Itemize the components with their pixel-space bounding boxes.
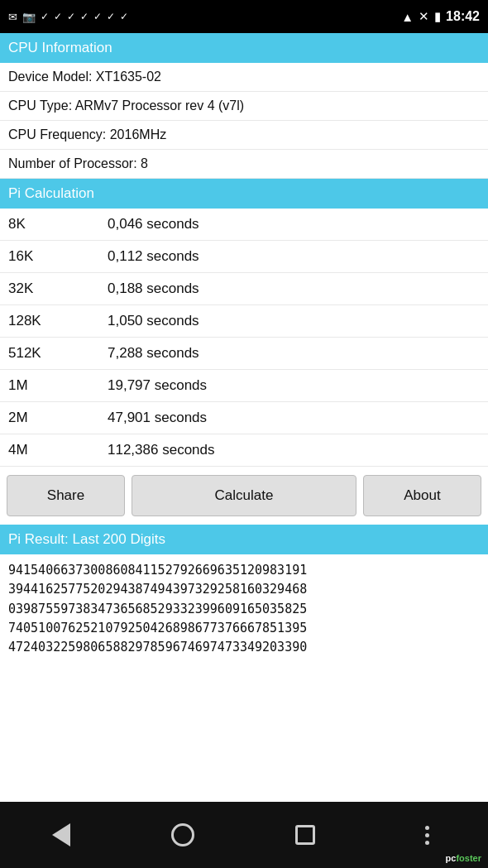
pi-table-row: 8K 0,046 seconds <box>0 209 488 241</box>
notification-icon-2: 📷 <box>22 11 36 23</box>
status-right-icons: ▲ ✕ ▮ 18:42 <box>401 9 480 24</box>
cpu-frequency-row: CPU Frequency: 2016MHz <box>0 121 488 150</box>
wifi-icon: ▲ <box>401 10 414 24</box>
pi-row-label: 16K <box>0 241 99 273</box>
status-bar: ✉ 📷 ✓ ✓ ✓ ✓ ✓ ✓ ✓ ▲ ✕ ▮ 18:42 <box>0 0 488 33</box>
pi-table-row: 1M 19,797 seconds <box>0 370 488 402</box>
pi-row-label: 1M <box>0 370 99 402</box>
menu-button[interactable] <box>402 810 452 860</box>
about-button[interactable]: About <box>363 475 481 516</box>
pi-row-label: 4M <box>0 434 99 467</box>
pi-table-row: 16K 0,112 seconds <box>0 241 488 273</box>
recents-button[interactable] <box>280 810 330 860</box>
device-model-row: Device Model: XT1635-02 <box>0 63 488 92</box>
pi-row-label: 2M <box>0 402 99 434</box>
calculate-button[interactable]: Calculate <box>132 475 356 516</box>
brand-prefix: pc <box>446 853 457 863</box>
clock: 18:42 <box>446 9 480 24</box>
num-processor-row: Number of Processor: 8 <box>0 150 488 179</box>
signal-icon: ✕ <box>419 9 429 24</box>
back-button[interactable] <box>36 810 86 860</box>
pi-table-row: 2M 47,901 seconds <box>0 402 488 434</box>
notification-icon-9: ✓ <box>120 11 128 22</box>
home-button[interactable] <box>158 810 208 860</box>
share-button[interactable]: Share <box>7 475 125 516</box>
home-icon <box>171 823 194 846</box>
notification-icon-7: ✓ <box>93 11 102 22</box>
pi-result-header: Pi Result: Last 200 Digits <box>0 525 488 554</box>
action-buttons-row: Share Calculate About <box>0 467 488 525</box>
pi-calc-header: Pi Calculation <box>0 179 488 209</box>
dot-2 <box>425 833 429 837</box>
notification-icon-8: ✓ <box>107 11 115 22</box>
pi-row-label: 512K <box>0 338 99 370</box>
pi-result-digits: 9415406637300860841152792669635120983191… <box>0 554 488 664</box>
notification-icon-1: ✉ <box>8 11 17 23</box>
notification-icon-6: ✓ <box>80 11 89 22</box>
cpu-info-header: CPU Information <box>0 33 488 63</box>
pi-row-label: 128K <box>0 305 99 338</box>
pi-row-label: 8K <box>0 209 99 241</box>
recents-icon <box>295 825 315 845</box>
pi-result-section: Pi Result: Last 200 Digits 9415406637300… <box>0 525 488 802</box>
dot-3 <box>425 841 429 845</box>
notification-icon-5: ✓ <box>67 11 75 22</box>
pi-row-value: 0,188 seconds <box>99 273 488 305</box>
pi-row-label: 32K <box>0 273 99 305</box>
dot-1 <box>425 826 429 830</box>
notification-icon-4: ✓ <box>54 11 62 22</box>
pi-table-row: 4M 112,386 seconds <box>0 434 488 467</box>
nav-bar: pcfoster <box>0 802 488 868</box>
back-icon <box>52 823 70 846</box>
cpu-type-row: CPU Type: ARMv7 Processor rev 4 (v7l) <box>0 92 488 121</box>
pi-table-row: 32K 0,188 seconds <box>0 273 488 305</box>
brand-label: pcfoster <box>446 853 481 863</box>
pi-table-row: 128K 1,050 seconds <box>0 305 488 338</box>
pi-table-row: 512K 7,288 seconds <box>0 338 488 370</box>
battery-icon: ▮ <box>434 9 441 24</box>
pi-row-value: 0,046 seconds <box>99 209 488 241</box>
pi-row-value: 0,112 seconds <box>99 241 488 273</box>
notification-icon-3: ✓ <box>41 11 49 22</box>
pi-row-value: 7,288 seconds <box>99 338 488 370</box>
pi-row-value: 19,797 seconds <box>99 370 488 402</box>
main-content: CPU Information Device Model: XT1635-02 … <box>0 33 488 802</box>
pi-row-value: 1,050 seconds <box>99 305 488 338</box>
pi-row-value: 112,386 seconds <box>99 434 488 467</box>
pi-row-value: 47,901 seconds <box>99 402 488 434</box>
dots-menu-icon <box>425 826 429 845</box>
pi-calc-table: 8K 0,046 seconds 16K 0,112 seconds 32K 0… <box>0 209 488 467</box>
brand-suffix: foster <box>456 853 481 863</box>
status-icons: ✉ 📷 ✓ ✓ ✓ ✓ ✓ ✓ ✓ <box>8 11 128 23</box>
